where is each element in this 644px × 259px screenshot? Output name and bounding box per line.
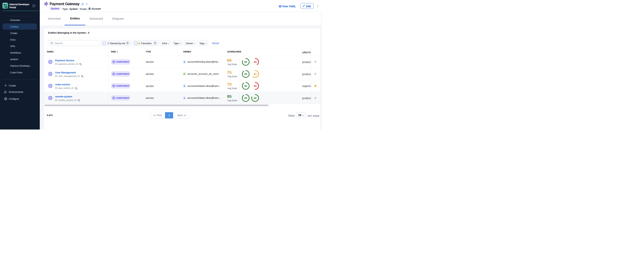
svg-text:60: 60 [254,72,256,75]
svg-text:90: 90 [244,72,247,75]
svg-text:90: 90 [244,84,247,88]
svg-text:90: 90 [244,96,247,99]
svg-text:80: 80 [254,96,256,99]
svg-text:50: 50 [254,84,256,88]
svg-text:40: 40 [254,60,256,63]
svg-text:80: 80 [244,60,247,63]
